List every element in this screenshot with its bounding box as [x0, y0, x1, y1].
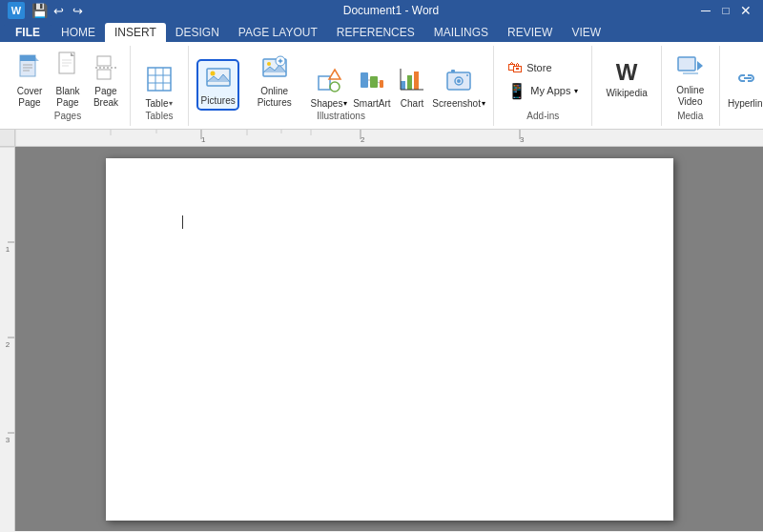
my-apps-icon: 📱: [507, 82, 526, 100]
ribbon-group-illustrations: Pictures Online Pictures: [189, 46, 494, 126]
ribbon-group-addins: 🛍 Store 📱 My Apps ▾ Add-ins: [494, 46, 592, 126]
pictures-label: Pictures: [201, 95, 236, 106]
redo-quick-button[interactable]: ↪: [69, 2, 86, 19]
svg-rect-40: [451, 70, 455, 72]
tab-design[interactable]: DESIGN: [166, 23, 229, 42]
svg-rect-14: [148, 68, 171, 91]
tab-view[interactable]: VIEW: [562, 23, 610, 42]
chart-button[interactable]: Chart: [395, 65, 429, 111]
svg-marker-25: [329, 70, 340, 79]
vertical-ruler: 1 2 3: [0, 147, 15, 531]
svg-rect-1: [20, 55, 35, 61]
online-video-label: Online Video: [675, 85, 706, 108]
hyperlink-button[interactable]: Hyperlink: [728, 65, 763, 111]
tab-insert[interactable]: INSERT: [105, 23, 166, 42]
smartart-button[interactable]: SmartArt: [352, 65, 392, 111]
close-button[interactable]: ✕: [736, 2, 755, 19]
table-button[interactable]: Table ▾: [138, 63, 180, 111]
pictures-button[interactable]: Pictures: [196, 59, 239, 111]
wikipedia-button[interactable]: W Wikipedia: [600, 59, 652, 100]
svg-text:3: 3: [520, 135, 525, 144]
ribbon-group-tables: Table ▾ Tables: [131, 46, 189, 126]
media-group-label: Media: [677, 111, 703, 124]
hyperlink-icon: [734, 67, 761, 96]
tab-review[interactable]: REVIEW: [498, 23, 562, 42]
table-dropdown-arrow: ▾: [169, 99, 173, 108]
ribbon-group-wikipedia: W Wikipedia: [592, 46, 661, 126]
ribbon-group-pages: Cover Page Blank Page: [6, 46, 131, 126]
pages-group-label: Pages: [54, 111, 81, 124]
blank-page-button[interactable]: Blank Page: [50, 49, 86, 111]
blank-page-icon: [54, 51, 81, 84]
shapes-button[interactable]: Shapes ▾: [309, 65, 349, 111]
save-quick-button[interactable]: 💾: [31, 2, 48, 19]
my-apps-label: My Apps: [530, 85, 570, 96]
screenshot-button[interactable]: Screenshot ▾: [432, 65, 485, 111]
cover-page-button[interactable]: Cover Page: [11, 51, 48, 111]
svg-rect-13: [97, 70, 111, 79]
hyperlink-label: Hyperlink: [728, 98, 763, 109]
cursor: [182, 215, 183, 229]
my-apps-arrow: ▾: [574, 87, 578, 95]
illustrations-group-label: Illustrations: [317, 111, 365, 124]
online-pictures-icon: [261, 54, 288, 84]
svg-text:2: 2: [361, 135, 365, 144]
tab-mailings[interactable]: MAILINGS: [424, 23, 498, 42]
svg-point-22: [267, 62, 271, 66]
minimize-button[interactable]: ─: [696, 2, 715, 19]
cover-page-icon: [16, 53, 43, 84]
tab-home[interactable]: HOME: [52, 23, 105, 42]
online-pictures-button[interactable]: Online Pictures: [242, 52, 306, 111]
svg-rect-19: [207, 69, 230, 86]
page-area: [15, 147, 763, 531]
store-label: Store: [526, 62, 551, 73]
svg-rect-29: [380, 80, 383, 88]
svg-rect-27: [361, 72, 368, 88]
pictures-icon: [205, 64, 232, 93]
undo-quick-button[interactable]: ↩: [50, 2, 67, 19]
store-button[interactable]: 🛍 Store: [502, 57, 584, 78]
svg-marker-5: [33, 55, 39, 61]
svg-rect-33: [407, 75, 412, 90]
svg-text:1: 1: [6, 245, 10, 254]
svg-text:1: 1: [201, 135, 206, 144]
tables-group-label: Tables: [146, 111, 174, 124]
smartart-icon: [359, 67, 385, 96]
svg-rect-34: [414, 72, 419, 90]
tab-file[interactable]: FILE: [4, 23, 52, 42]
svg-rect-32: [401, 81, 405, 90]
svg-rect-28: [370, 76, 378, 88]
maximize-button[interactable]: □: [716, 2, 735, 19]
my-apps-button[interactable]: 📱 My Apps ▾: [502, 80, 584, 102]
shapes-icon: [316, 67, 342, 96]
svg-rect-11: [97, 56, 111, 66]
wikipedia-group-label: [626, 111, 629, 124]
svg-line-31: [378, 82, 380, 83]
page-break-button[interactable]: Page Break: [88, 52, 124, 111]
online-pictures-label: Online Pictures: [246, 86, 302, 109]
tab-references[interactable]: REFERENCES: [327, 23, 424, 42]
svg-text:3: 3: [6, 436, 10, 444]
cover-page-label: Cover Page: [15, 86, 44, 109]
blank-page-label: Blank Page: [53, 86, 82, 109]
wikipedia-label: Wikipedia: [606, 88, 647, 98]
ribbon-group-media: Online Video Media: [662, 46, 720, 126]
table-label: Table: [146, 98, 169, 109]
store-icon: 🛍: [507, 59, 523, 76]
online-video-button[interactable]: Online Video: [670, 50, 711, 110]
svg-point-20: [210, 72, 215, 76]
svg-point-26: [330, 82, 340, 92]
screenshot-icon: [445, 67, 472, 96]
svg-rect-42: [678, 57, 695, 71]
shapes-label: Shapes: [311, 98, 343, 109]
title-text: Document1 - Word: [88, 4, 694, 17]
table-icon: [145, 65, 174, 96]
tab-page-layout[interactable]: PAGE LAYOUT: [229, 23, 327, 42]
wikipedia-icon: W: [616, 61, 638, 84]
screenshot-label: Screenshot: [432, 98, 481, 109]
smartart-label: SmartArt: [353, 98, 390, 109]
page-break-icon: [93, 54, 119, 84]
page-break-label: Page Break: [92, 86, 120, 109]
document-page[interactable]: [106, 158, 673, 521]
chart-label: Chart: [401, 98, 423, 109]
